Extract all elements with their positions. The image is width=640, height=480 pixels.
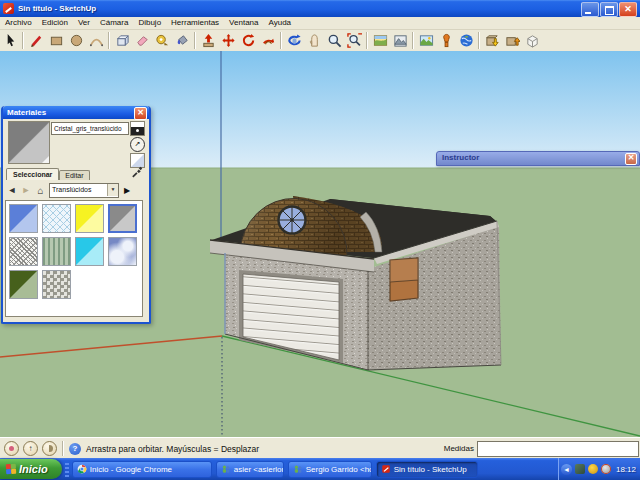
tool-make-component-button[interactable] [112,31,132,50]
material-swatch-moteado[interactable] [9,237,38,266]
tool-offset-button[interactable] [258,31,278,50]
google-earth-icon [459,33,474,48]
tool-eraser-button[interactable] [132,31,152,50]
tool-push-pull-button[interactable] [198,31,218,50]
material-swatch-baldosa-gris[interactable] [42,270,71,299]
close-button[interactable]: ✕ [619,2,637,17]
tool-rectangle-button[interactable] [46,31,66,50]
tray-chevron-icon[interactable]: ◄ [561,464,572,475]
3d-viewport[interactable]: Materiales ✕ Cristal_gris_translúcido ↗ … [0,51,640,437]
material-swatch-canas-verdes[interactable] [42,237,71,266]
eraser-icon [135,33,150,48]
create-material-button[interactable] [130,121,145,136]
back-arrow-button[interactable]: ◄ [6,184,18,197]
tab-seleccionar[interactable]: Seleccionar [6,168,59,180]
place-model-icon [439,33,454,48]
material-swatch-amarillo-translucido[interactable] [75,204,104,233]
orbit-icon [287,33,302,48]
material-swatch-vidrio-estampado[interactable] [42,204,71,233]
system-tray: ◄ 18:12 [558,458,640,480]
sample-paint-button[interactable] [131,164,144,178]
tool-tape-measure-button[interactable] [152,31,172,50]
tool-orbit-button[interactable] [284,31,304,50]
start-button[interactable]: Inicio [0,459,62,479]
menu-camara[interactable]: Cámara [95,17,133,29]
secondary-pane-button[interactable]: ▶ [121,186,133,195]
arrow-icon: ↗ [135,140,141,147]
status-circle-upload[interactable]: ↑ [23,441,38,456]
tool-share-model-button[interactable] [502,31,522,50]
measurements-label: Medidas [444,444,474,453]
rectangle-icon [49,33,64,48]
line-icon [29,33,44,48]
measurements-input[interactable] [477,441,639,457]
material-swatch-azul-translucido[interactable] [9,204,38,233]
restore-icon [605,6,614,15]
instructor-close-button[interactable]: ✕ [625,153,637,165]
toolbar-separator [194,32,196,49]
round-window [279,207,306,234]
menu-ver[interactable]: Ver [73,17,95,29]
tool-line-button[interactable] [26,31,46,50]
taskbar-item-2[interactable]: Sergio Garrido <howli... [288,461,372,478]
instructor-title: Instructor [437,152,639,164]
paint-bucket-icon [175,33,190,48]
upload-status-icon: ↑ [29,443,33,454]
set-default-material-button[interactable]: ↗ [130,137,145,152]
material-swatch-verde-oscuro[interactable] [9,270,38,299]
home-icon[interactable]: ⌂ [34,184,47,197]
tool-google-earth-button[interactable] [456,31,476,50]
pan-icon [307,33,322,48]
material-swatch-cian-translucido[interactable] [75,237,104,266]
material-name-field[interactable]: Cristal_gris_translúcido [51,122,129,135]
restore-button[interactable] [600,2,618,17]
eyedropper-icon [131,164,144,178]
menu-dibujo[interactable]: Dibujo [133,17,166,29]
menu-ayuda[interactable]: Ayuda [263,17,296,29]
material-swatch-cristal-gris-translucido[interactable] [108,204,137,233]
get-current-view-icon [373,33,388,48]
tool-photo-textures-button[interactable] [416,31,436,50]
tool-paint-bucket-button[interactable] [172,31,192,50]
tray-messenger-icon[interactable] [588,464,598,474]
get-models-icon [485,33,500,48]
rotate-icon [241,33,256,48]
close-icon: ✕ [137,108,144,117]
materials-close-button[interactable]: ✕ [134,107,147,120]
tape-measure-icon [155,33,170,48]
menu-herramientas[interactable]: Herramientas [166,17,224,29]
tab-editar[interactable]: Editar [59,170,89,180]
tool-get-models-button[interactable] [482,31,502,50]
tool-get-current-view-button[interactable] [370,31,390,50]
tool-3d-warehouse-button[interactable] [522,31,542,50]
menu-ventana[interactable]: Ventana [224,17,263,29]
tool-zoom-extents-button[interactable] [344,31,364,50]
taskbar-item-3[interactable]: Sin título - SketchUp [376,461,478,478]
help-icon[interactable]: ? [69,443,81,455]
tool-select-button[interactable] [0,31,20,50]
taskbar-item-1[interactable]: asier <asierlorenzo@... [216,461,284,478]
windows-logo-icon [6,464,17,475]
menu-archivo[interactable]: Archivo [0,17,37,29]
forward-arrow-button[interactable]: ► [20,184,32,197]
tray-update-icon[interactable] [601,464,611,474]
tool-circle-button[interactable] [66,31,86,50]
tray-photo-icon[interactable] [575,464,585,474]
taskbar-item-0[interactable]: Inicio - Google Chrome [72,461,212,478]
tool-pan-button[interactable] [304,31,324,50]
collection-dropdown[interactable]: Translúcidos ▼ [49,183,119,198]
material-swatch-cielo-nublado[interactable] [108,237,137,266]
tool-arc-button[interactable] [86,31,106,50]
status-circle-person[interactable] [4,441,19,456]
instructor-panel[interactable]: Instructor ✕ [436,151,640,166]
minimize-button[interactable] [581,2,599,17]
chevron-down-icon[interactable]: ▼ [107,184,118,196]
tool-rotate-button[interactable] [238,31,258,50]
materials-panel-titlebar[interactable]: Materiales ✕ [3,106,149,119]
menu-edicion[interactable]: Edición [37,17,73,29]
tool-move-button[interactable] [218,31,238,50]
tool-toggle-terrain-button[interactable] [390,31,410,50]
tool-place-model-button[interactable] [436,31,456,50]
tool-zoom-button[interactable] [324,31,344,50]
status-circle-moon[interactable] [42,441,57,456]
